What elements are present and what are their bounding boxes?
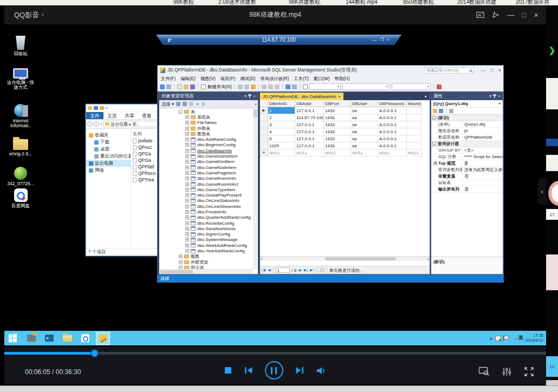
progress-thumb[interactable] (90, 349, 99, 357)
grid-cell[interactable]: 1433 (324, 135, 351, 142)
tree-expander-icon[interactable]: + (185, 171, 189, 175)
taskbar-powershell[interactable]: > (42, 332, 56, 345)
grid-cell[interactable] (407, 128, 421, 135)
rdp-minimize-icon[interactable]: — (372, 38, 377, 42)
tree-expander-icon[interactable]: + (185, 249, 189, 253)
rdp-close-icon[interactable]: × (387, 38, 390, 42)
nav-back-icon[interactable] (160, 84, 165, 89)
nav-forward-icon[interactable] (166, 84, 171, 89)
fullscreen-icon[interactable] (524, 367, 534, 377)
grid-cell[interactable]: sa (351, 114, 378, 121)
minimize-icon[interactable]: — (507, 11, 514, 18)
grid-cell[interactable]: NULL (351, 149, 378, 156)
forward-icon[interactable]: › (94, 121, 99, 127)
video-area[interactable]: 回收站这台电脑 - 快捷方式Internet Informati..xmrig-… (4, 24, 546, 347)
categorized-icon[interactable] (433, 109, 437, 113)
quick-access-icon[interactable] (94, 106, 98, 110)
property-expander-icon[interactable]: + (433, 161, 437, 165)
tree-expander-icon[interactable]: + (185, 210, 189, 214)
tree-item[interactable]: +dbo.QuarterAddRankConfig (160, 215, 253, 220)
grid-column-header[interactable]: DBPassword (378, 100, 407, 107)
tree-item[interactable]: +图形表 (160, 131, 253, 136)
next-record-icon[interactable]: ▶ (299, 268, 302, 272)
tree-item[interactable]: +dbo.WeekAddRankConfig (160, 243, 253, 248)
property-value[interactable]: ***** Script for Select (463, 154, 503, 160)
grid-cell[interactable]: 1433 (324, 121, 351, 128)
tree-expander-icon[interactable]: + (185, 121, 189, 125)
grid-cell[interactable]: 127.0.0.1 (295, 135, 324, 142)
ssms-maximize-icon[interactable]: □ (490, 68, 493, 73)
app-menu-button[interactable]: QQ影音 ˅ (14, 10, 44, 20)
explorer-tab-主页[interactable]: 主页 (103, 112, 121, 119)
tree-item[interactable]: +外部表 (160, 126, 253, 131)
grid-cell[interactable]: 1433 (324, 114, 351, 121)
explorer-tab-文件[interactable]: 文件 (86, 112, 103, 119)
tree-item[interactable]: +视图 (160, 254, 253, 259)
server-icon[interactable] (176, 102, 180, 106)
up-icon[interactable]: ↑ (100, 122, 102, 127)
tree-expander-icon[interactable]: + (185, 166, 189, 169)
tree-item[interactable]: +dbo.OnLineStreamInfo (160, 204, 253, 209)
property-value[interactable] (463, 180, 503, 186)
tree-item[interactable]: -表 (160, 109, 253, 114)
taskbar-clock[interactable]: 17:36 2018/9/12 (525, 334, 544, 343)
taskbar-explorer[interactable] (60, 332, 74, 345)
redo-icon[interactable] (292, 84, 297, 89)
nav-item-desk[interactable]: 桌面 (86, 146, 131, 153)
grid-cell[interactable]: sa (351, 107, 378, 114)
action-center-flag-icon[interactable] (503, 336, 508, 341)
grid-cell[interactable]: NULL (324, 149, 351, 156)
tree-expander-icon[interactable]: + (185, 199, 189, 202)
grid-cell[interactable]: 1433 (324, 128, 351, 135)
server-icon-2[interactable] (183, 102, 187, 106)
grid-cell[interactable]: 4 (268, 128, 295, 135)
grid-cell[interactable] (407, 135, 421, 142)
desktop-icon-baidu[interactable]: 百度网盘 (5, 188, 36, 208)
desktop-icon-recycle[interactable]: 回收站 (5, 36, 36, 56)
property-row[interactable]: 输出所有列否 (431, 186, 503, 193)
property-group[interactable]: -查询设计器 (431, 141, 503, 147)
tree-item[interactable]: +dbo.GamePageItem (160, 170, 253, 175)
table-icon[interactable] (238, 84, 243, 89)
tree-expander-icon[interactable]: + (185, 205, 189, 208)
tree-item[interactable]: +dbo.SystemMessage (160, 237, 253, 243)
tree-expander-icon[interactable]: + (185, 160, 189, 164)
ssms-minimize-icon[interactable]: — (481, 68, 485, 73)
nav-item-star[interactable]: 收藏夹 (86, 132, 131, 139)
row-selector[interactable] (260, 121, 268, 128)
grid-cell[interactable] (407, 121, 421, 128)
row-selector[interactable]: ▶ (260, 107, 268, 114)
new-doc-icon[interactable] (177, 84, 182, 89)
property-row[interactable]: 服务器名称jd (431, 128, 503, 134)
quick-access-icon-2[interactable] (100, 106, 104, 110)
grid-cell[interactable]: sa (351, 121, 378, 128)
grid-cell[interactable]: 1 (268, 107, 295, 114)
menu-文件(F)[interactable]: 文件(F) (161, 76, 176, 82)
tree-expander-icon[interactable]: + (185, 232, 189, 236)
menu-帮助(H)[interactable]: 帮助(H) (334, 76, 349, 82)
tree-item[interactable]: +dbo.GameKindItem (160, 159, 253, 165)
property-row[interactable]: 非重复值否 (431, 173, 503, 180)
desktop-icon-iis[interactable]: Internet Informati.. (5, 104, 36, 128)
grid-cell[interactable]: 1433 (324, 142, 351, 149)
maximize-icon[interactable]: □ (522, 11, 526, 18)
tree-expander-icon[interactable]: + (185, 154, 189, 158)
nav-item-dl[interactable]: 下载 (86, 139, 131, 146)
grid-cell[interactable]: NULL (378, 149, 407, 156)
property-row[interactable]: 查询参数列表没有为此查询定义参数 (431, 167, 503, 173)
grid-cell[interactable]: 127.0.0.1 (295, 128, 324, 135)
toolbar-combo-3[interactable]: ▾ (392, 83, 431, 90)
grid-cell[interactable]: A.0.0.0.1 (378, 107, 407, 114)
settings-sliders-icon[interactable] (502, 367, 512, 377)
desktop-icon-folder[interactable]: xmrig-2.6... (5, 136, 36, 156)
property-value[interactable]: 否 (463, 173, 503, 179)
filter-icon[interactable]: ▼ (196, 102, 199, 106)
current-record-input[interactable]: 1 (276, 267, 290, 273)
grid-cell[interactable]: 5 (268, 135, 295, 142)
tree-expander-icon[interactable]: + (185, 193, 189, 197)
tree-item[interactable]: +dbo.GameRoomInfo (160, 176, 253, 181)
grid-cell[interactable] (407, 142, 421, 149)
panel-close-icon[interactable]: × (253, 94, 256, 99)
open-icon[interactable] (184, 84, 189, 89)
menu-编辑(E)[interactable]: 编辑(E) (180, 76, 196, 82)
